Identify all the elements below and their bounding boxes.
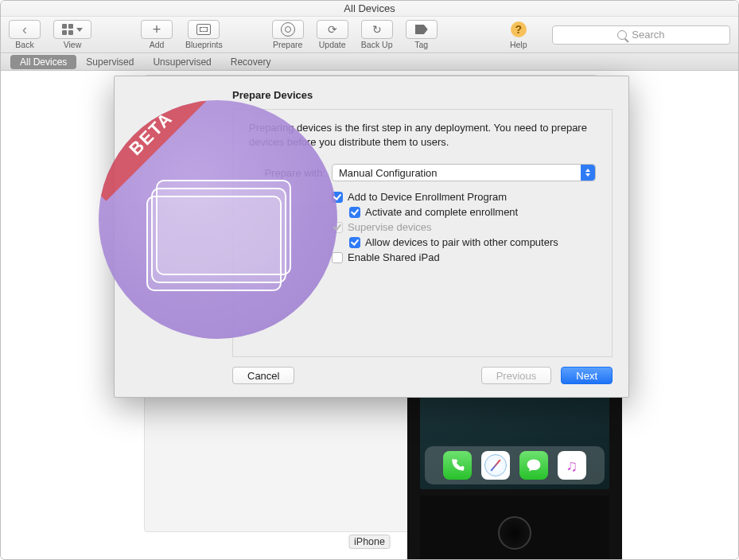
prepare-button[interactable] (272, 20, 304, 39)
blueprints-button[interactable] (188, 20, 220, 39)
tab-supervised[interactable]: Supervised (76, 55, 143, 69)
device-name-label[interactable]: iPhone (348, 535, 391, 549)
prepare-label: Prepare (273, 40, 302, 49)
blueprints-label: Blueprints (185, 40, 223, 49)
blueprint-icon (196, 24, 211, 35)
tab-unsupervised[interactable]: Unsupervised (143, 55, 220, 69)
blueprints-button-group: Blueprints (185, 20, 223, 49)
checkbox-shared-ipad[interactable] (332, 252, 343, 263)
previous-button: Previous (481, 367, 552, 384)
tag-icon (415, 25, 428, 34)
help-button[interactable]: ? (503, 20, 535, 39)
search-input[interactable]: Search (552, 25, 730, 45)
search-icon (617, 30, 627, 40)
music-app-icon: ♫ (558, 451, 586, 480)
tag-button[interactable] (406, 20, 438, 39)
filter-tabbar: All Devices Supervised Unsupervised Reco… (1, 53, 738, 71)
update-button[interactable] (317, 20, 348, 39)
tag-label: Tag (414, 40, 428, 49)
label-supervise: Supervise devices (348, 221, 432, 233)
home-button-icon (498, 516, 531, 550)
help-label: Help (510, 40, 527, 49)
window-titlebar: All Devices (1, 1, 738, 17)
tab-recovery[interactable]: Recovery (221, 55, 281, 69)
prepare-button-group: Prepare (272, 20, 304, 49)
safari-app-icon (481, 451, 510, 480)
refresh-icon (328, 23, 337, 36)
add-button[interactable]: + (141, 20, 173, 39)
beta-badge: BETA (99, 100, 337, 339)
backup-button[interactable] (361, 20, 393, 39)
label-shared-ipad: Enable Shared iPad (348, 251, 440, 263)
update-label: Update (319, 40, 346, 49)
back-button-group: Back (9, 20, 41, 49)
checkbox-allow-pair[interactable] (349, 237, 360, 248)
checkbox-activate-enrollment[interactable] (349, 207, 360, 218)
cancel-button[interactable]: Cancel (232, 367, 294, 384)
label-allow-pair: Allow devices to pair with other compute… (365, 236, 558, 248)
prepare-dialog: BETA Prepare Devices Preparing devices i… (114, 76, 629, 398)
next-button[interactable]: Next (561, 367, 613, 384)
dialog-footer: Cancel Previous Next (115, 357, 628, 397)
dialog-title: Prepare Devices (232, 89, 613, 101)
phone-app-icon (443, 451, 472, 480)
prepare-with-value: Manual Configuration (339, 167, 438, 179)
label-activate-enrollment: Activate and complete enrollment (365, 206, 518, 218)
update-button-group: Update (317, 20, 348, 49)
view-button-group: View (53, 20, 91, 49)
tag-button-group: Tag (406, 20, 438, 49)
view-button[interactable] (53, 20, 91, 39)
add-button-group: + Add (141, 20, 173, 49)
toolbar: Back View + Add Blueprints Prepare Updat… (1, 17, 738, 53)
backup-label: Back Up (361, 40, 393, 49)
gear-icon (281, 22, 295, 37)
backup-button-group: Back Up (361, 20, 393, 49)
chevron-left-icon (22, 21, 27, 38)
grid-icon (62, 24, 73, 35)
label-add-dep: Add to Device Enrollment Program (348, 191, 507, 203)
chevron-down-icon (76, 28, 83, 32)
plus-icon: + (153, 21, 161, 38)
window-title: All Devices (344, 2, 395, 14)
help-icon: ? (511, 21, 527, 37)
messages-app-icon (519, 451, 548, 480)
help-button-group: ? Help (503, 20, 535, 49)
content-area: ♫ iPhone BETA Prepare Devices Preparing (1, 71, 738, 559)
view-label: View (64, 40, 82, 49)
add-label: Add (150, 40, 165, 49)
prepare-with-select[interactable]: Manual Configuration (332, 164, 596, 181)
app-window: All Devices Back View + Add Blueprints P… (0, 0, 739, 560)
select-stepper-icon (581, 165, 595, 181)
backup-icon (372, 23, 382, 36)
back-label: Back (15, 40, 33, 49)
back-button[interactable] (9, 20, 41, 39)
search-placeholder: Search (632, 29, 664, 41)
tab-all-devices[interactable]: All Devices (10, 55, 76, 69)
